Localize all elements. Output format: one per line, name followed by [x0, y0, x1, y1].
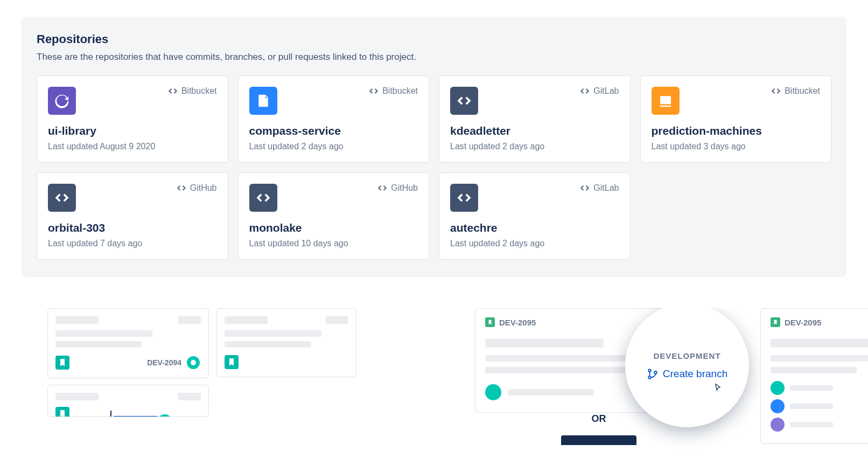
- code-icon: [579, 183, 590, 193]
- provider-label: Bitbucket: [368, 86, 418, 96]
- board-card[interactable]: [216, 308, 356, 377]
- svg-point-2: [654, 371, 657, 373]
- repo-updated: Last updated August 9 2020: [48, 142, 217, 151]
- repo-card[interactable]: GitLabkdeadletterLast updated 2 days ago: [439, 75, 631, 163]
- avatar: [771, 399, 785, 413]
- repo-avatar: [48, 184, 76, 212]
- repo-name: kdeadletter: [450, 124, 619, 137]
- repo-updated: Last updated 2 days ago: [450, 142, 619, 151]
- avatar: [771, 381, 785, 395]
- svg-point-0: [648, 369, 651, 372]
- repo-avatar: [450, 184, 478, 212]
- avatar: [771, 418, 785, 432]
- issue-key: DEV-2094: [147, 358, 181, 367]
- provider-label: GitLab: [579, 86, 619, 96]
- code-icon: [176, 183, 187, 193]
- story-icon: [225, 355, 239, 369]
- repo-card[interactable]: GitLabautechreLast updated 2 days ago: [439, 172, 631, 260]
- repositories-description: These are the repositories that have com…: [37, 52, 831, 63]
- story-icon: [55, 407, 69, 417]
- repo-card[interactable]: GitHuborbital-303Last updated 7 days ago: [37, 172, 228, 260]
- repo-updated: Last updated 10 days ago: [249, 239, 418, 248]
- feature-illustration-row: DEV-2094 DEV-2095: [0, 308, 868, 470]
- repositories-panel: Repositories These are the repositories …: [22, 17, 846, 277]
- repo-name: prediction-machines: [652, 124, 821, 137]
- repo-updated: Last updated 3 days ago: [652, 142, 821, 151]
- repo-card[interactable]: Bitbucketui-libraryLast updated August 9…: [37, 75, 228, 163]
- repo-avatar: [450, 87, 478, 115]
- repo-name: autechre: [450, 221, 619, 234]
- code-icon: [167, 86, 178, 96]
- repo-card[interactable]: Bitbucketcompass-serviceLast updated 2 d…: [238, 75, 430, 163]
- assignee-avatar[interactable]: [485, 384, 501, 400]
- repo-avatar: [249, 87, 277, 115]
- repo-updated: Last updated 2 days ago: [450, 239, 619, 248]
- or-divider: OR: [561, 413, 636, 445]
- provider-label: GitHub: [377, 183, 418, 193]
- provider-label: GitLab: [579, 183, 619, 193]
- story-type-icon: [771, 317, 780, 327]
- repo-name: ui-library: [48, 124, 217, 137]
- repo-card[interactable]: GitHubmonolakeLast updated 10 days ago: [238, 172, 430, 260]
- development-lens: DEVELOPMENT Create branch: [625, 308, 749, 427]
- story-type-icon: [485, 317, 495, 327]
- repo-updated: Last updated 2 days ago: [249, 142, 418, 151]
- provider-label: Bitbucket: [771, 86, 820, 96]
- repo-name: orbital-303: [48, 221, 217, 234]
- cursor-icon: [712, 383, 723, 394]
- repo-name: monolake: [249, 221, 418, 234]
- branch-icon: [647, 368, 659, 380]
- repo-avatar: [249, 184, 277, 212]
- svg-point-1: [648, 376, 651, 379]
- code-icon: [368, 86, 379, 96]
- code-icon: [771, 86, 781, 96]
- create-branch-link[interactable]: Create branch: [647, 368, 727, 380]
- issue-key[interactable]: DEV-2095: [785, 318, 821, 327]
- repositories-title: Repositories: [37, 32, 831, 46]
- code-icon: [579, 86, 590, 96]
- board-card[interactable]: DEV-2094: [47, 308, 209, 378]
- code-icon: [377, 183, 388, 193]
- issue-key[interactable]: DEV-2095: [499, 318, 536, 327]
- provider-label: GitHub: [176, 183, 217, 193]
- issue-detail-panel[interactable]: DEV-2095 ••• ✕ DEVELOPMENT: [475, 308, 696, 413]
- repo-avatar: [48, 87, 76, 115]
- repo-card[interactable]: Bitbucketprediction-machinesLast updated…: [640, 75, 832, 163]
- board-card[interactable]: DEV-2095: [47, 385, 209, 417]
- provider-label: Bitbucket: [167, 86, 217, 96]
- repo-avatar: [652, 87, 680, 115]
- issue-detail-panel[interactable]: DEV-2095 ••• ✕ EVELOPMENT 1 Branch 9 Com…: [760, 308, 868, 444]
- repo-name: compass-service: [249, 124, 418, 137]
- development-label: DEVELOPMENT: [653, 351, 720, 360]
- repo-updated: Last updated 7 days ago: [48, 239, 217, 248]
- story-icon: [55, 356, 69, 370]
- assignee-avatar[interactable]: [186, 355, 201, 370]
